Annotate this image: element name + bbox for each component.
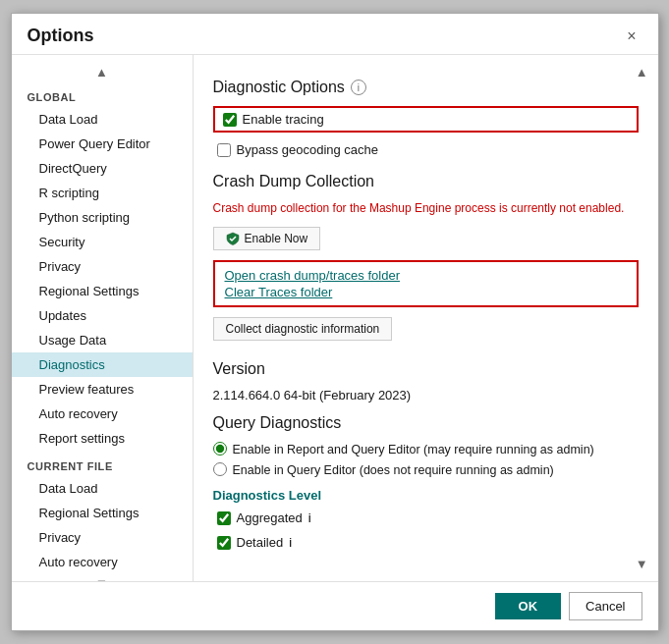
options-dialog: Options × ▲ GLOBAL Data Load Power Query… xyxy=(11,13,659,631)
title-bar: Options × xyxy=(12,14,658,54)
bypass-geocoding-row: Bypass geocoding cache xyxy=(213,140,639,159)
sidebar-item-cf-data-load[interactable]: Data Load xyxy=(12,476,193,501)
enable-now-button[interactable]: Enable Now xyxy=(213,227,321,250)
diagnostics-level-title: Diagnostics Level xyxy=(213,488,639,503)
crash-dump-title: Crash Dump Collection xyxy=(213,173,639,190)
radio1-row: Enable in Report and Query Editor (may r… xyxy=(213,442,639,457)
sidebar-item-privacy[interactable]: Privacy xyxy=(12,254,193,279)
sidebar-item-cf-auto-recovery[interactable]: Auto recovery xyxy=(12,550,193,574)
radio2-label[interactable]: Enable in Query Editor (does not require… xyxy=(233,462,554,478)
main-scroll-up[interactable]: ▲ xyxy=(634,63,650,81)
sidebar-item-regional-settings[interactable]: Regional Settings xyxy=(12,279,193,303)
detailed-checkbox[interactable] xyxy=(217,536,231,550)
aggregated-label[interactable]: Aggregated xyxy=(237,510,303,525)
close-button[interactable]: × xyxy=(621,27,641,46)
query-diagnostics-title: Query Diagnostics xyxy=(213,414,639,432)
crash-desc: Crash dump collection for the Mashup Eng… xyxy=(213,200,639,217)
open-crash-folder-link[interactable]: Open crash dump/traces folder xyxy=(225,268,627,283)
sidebar-item-direct-query[interactable]: DirectQuery xyxy=(12,156,193,181)
bypass-geocoding-label[interactable]: Bypass geocoding cache xyxy=(237,142,379,157)
sidebar-scroll-down[interactable]: ▼ xyxy=(12,574,193,581)
radio2-row: Enable in Query Editor (does not require… xyxy=(213,462,639,478)
cancel-button[interactable]: Cancel xyxy=(569,592,641,620)
sidebar-item-usage-data[interactable]: Usage Data xyxy=(12,328,193,352)
ok-button[interactable]: OK xyxy=(495,593,562,619)
radio1-input[interactable] xyxy=(213,442,227,456)
main-scroll-down[interactable]: ▼ xyxy=(634,555,650,573)
aggregated-info-icon[interactable]: i xyxy=(308,510,311,525)
sidebar-item-cf-privacy[interactable]: Privacy xyxy=(12,525,193,550)
sidebar-scroll-up[interactable]: ▲ xyxy=(12,63,193,81)
links-box: Open crash dump/traces folder Clear Trac… xyxy=(213,260,639,307)
detailed-info-icon[interactable]: i xyxy=(289,535,292,550)
enable-tracing-label[interactable]: Enable tracing xyxy=(243,112,324,127)
sidebar-item-r-scripting[interactable]: R scripting xyxy=(12,181,193,205)
radio2-input[interactable] xyxy=(213,462,227,476)
radio1-label[interactable]: Enable in Report and Query Editor (may r… xyxy=(233,442,594,457)
version-title: Version xyxy=(213,360,639,378)
clear-traces-link[interactable]: Clear Traces folder xyxy=(225,285,627,299)
sidebar-item-power-query-editor[interactable]: Power Query Editor xyxy=(12,132,193,156)
sidebar: ▲ GLOBAL Data Load Power Query Editor Di… xyxy=(12,55,194,581)
enable-tracing-highlighted-row: Enable tracing xyxy=(213,106,639,133)
sidebar-item-cf-regional[interactable]: Regional Settings xyxy=(12,501,193,525)
bypass-geocoding-checkbox[interactable] xyxy=(217,143,231,157)
sidebar-item-python-scripting[interactable]: Python scripting xyxy=(12,205,193,230)
aggregated-checkbox[interactable] xyxy=(217,511,231,525)
dialog-footer: OK Cancel xyxy=(12,581,658,630)
detailed-label[interactable]: Detailed xyxy=(237,535,284,550)
sidebar-item-report-settings[interactable]: Report settings xyxy=(12,426,193,451)
sidebar-item-data-load[interactable]: Data Load xyxy=(12,107,193,132)
sidebar-item-diagnostics[interactable]: Diagnostics xyxy=(12,352,193,377)
dialog-body: ▲ GLOBAL Data Load Power Query Editor Di… xyxy=(12,54,658,581)
detailed-row: Detailed i xyxy=(213,533,639,552)
sidebar-item-updates[interactable]: Updates xyxy=(12,303,193,328)
sidebar-item-preview-features[interactable]: Preview features xyxy=(12,377,193,402)
shield-icon xyxy=(226,232,240,245)
global-section-label: GLOBAL xyxy=(12,81,193,107)
sidebar-item-auto-recovery[interactable]: Auto recovery xyxy=(12,402,193,426)
aggregated-row: Aggregated i xyxy=(213,509,639,527)
enable-tracing-checkbox[interactable] xyxy=(223,113,237,127)
main-content: ▲ Diagnostic Options i Enable tracing By… xyxy=(194,55,658,581)
current-file-section-label: CURRENT FILE xyxy=(12,451,193,476)
dialog-title: Options xyxy=(28,26,94,46)
diagnostic-options-info-icon[interactable]: i xyxy=(351,80,366,95)
collect-diagnostic-button[interactable]: Collect diagnostic information xyxy=(213,317,393,341)
version-value: 2.114.664.0 64-bit (February 2023) xyxy=(213,388,639,402)
diagnostic-options-title: Diagnostic Options i xyxy=(213,79,639,96)
sidebar-item-security[interactable]: Security xyxy=(12,230,193,254)
